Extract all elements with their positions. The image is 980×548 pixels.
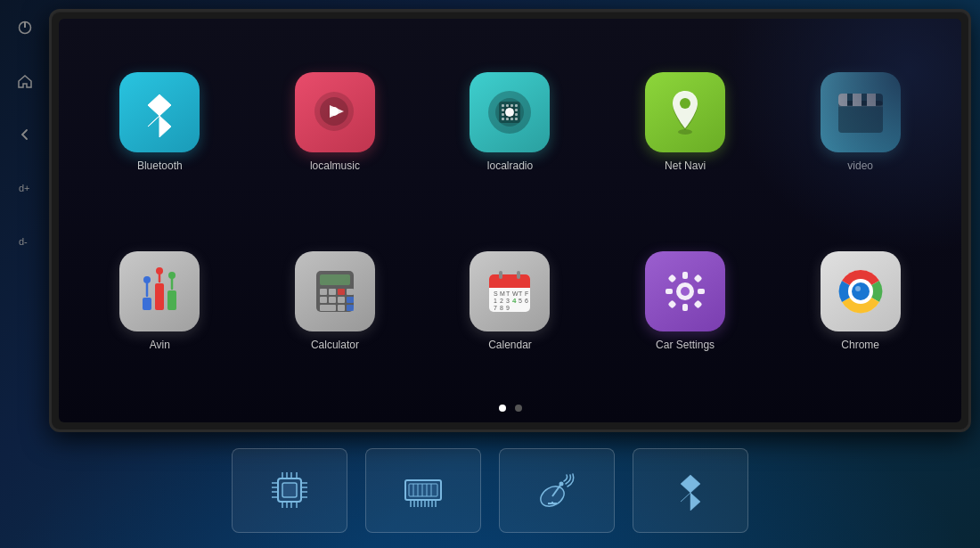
volume-up-button[interactable]: d+ bbox=[11, 174, 39, 202]
svg-text:W: W bbox=[512, 290, 519, 297]
calculator-icon-container bbox=[295, 251, 375, 331]
page-indicator bbox=[499, 405, 522, 412]
svg-rect-14 bbox=[506, 104, 509, 107]
volume-down-button[interactable]: d- bbox=[11, 227, 39, 256]
svg-rect-84 bbox=[682, 304, 688, 311]
netnavi-icon-container bbox=[645, 72, 725, 152]
svg-rect-55 bbox=[329, 297, 336, 303]
feature-bar bbox=[0, 432, 980, 548]
app-grid: Bluetooth localmusic bbox=[77, 37, 943, 387]
svg-rect-85 bbox=[666, 289, 673, 294]
carsettings-label: Car Settings bbox=[656, 339, 715, 351]
svg-text:F: F bbox=[525, 290, 528, 297]
page-dot-2[interactable] bbox=[515, 405, 522, 412]
svg-text:d-: d- bbox=[19, 236, 28, 247]
svg-rect-58 bbox=[320, 305, 336, 311]
svg-rect-28 bbox=[515, 118, 518, 120]
svg-rect-59 bbox=[338, 305, 345, 311]
device-body: Bluetooth localmusic bbox=[49, 9, 971, 432]
svg-rect-40 bbox=[155, 283, 164, 310]
svg-rect-41 bbox=[167, 290, 176, 310]
bluetooth-feature-card[interactable] bbox=[633, 448, 748, 533]
svg-rect-83 bbox=[682, 272, 688, 279]
svg-text:8: 8 bbox=[500, 305, 503, 311]
svg-rect-56 bbox=[338, 297, 345, 303]
svg-rect-25 bbox=[502, 118, 504, 120]
localmusic-icon-container bbox=[295, 72, 375, 152]
page-dot-1[interactable] bbox=[499, 405, 506, 412]
svg-text:5: 5 bbox=[519, 298, 522, 304]
svg-point-31 bbox=[680, 98, 690, 109]
svg-text:4: 4 bbox=[512, 297, 517, 305]
svg-rect-52 bbox=[338, 289, 345, 295]
bluetooth-label: Bluetooth bbox=[137, 159, 183, 172]
svg-point-130 bbox=[559, 482, 564, 487]
power-button[interactable] bbox=[11, 13, 39, 42]
svg-rect-37 bbox=[867, 94, 876, 106]
svg-rect-64 bbox=[499, 271, 502, 279]
app-netnavi[interactable]: Net Navi bbox=[645, 72, 725, 172]
app-calendar[interactable]: SMT WTF 123 4 56 789 Calendar bbox=[470, 251, 550, 351]
svg-rect-63 bbox=[489, 283, 530, 288]
svg-rect-27 bbox=[510, 118, 513, 120]
svg-rect-24 bbox=[515, 113, 518, 116]
app-avin[interactable]: Avin bbox=[119, 251, 200, 351]
svg-text:M: M bbox=[500, 290, 505, 297]
app-localradio[interactable]: localradio bbox=[470, 72, 550, 172]
svg-point-93 bbox=[852, 282, 870, 300]
svg-rect-20 bbox=[515, 109, 518, 111]
svg-rect-53 bbox=[347, 289, 354, 295]
svg-text:1: 1 bbox=[494, 298, 497, 304]
svg-point-43 bbox=[143, 276, 151, 283]
svg-rect-54 bbox=[320, 297, 327, 303]
svg-text:3: 3 bbox=[506, 298, 510, 304]
svg-text:T: T bbox=[506, 290, 510, 297]
svg-rect-50 bbox=[320, 289, 327, 295]
app-video[interactable]: video bbox=[821, 72, 901, 172]
home-button[interactable] bbox=[11, 67, 39, 95]
svg-rect-96 bbox=[282, 483, 297, 497]
svg-rect-26 bbox=[506, 118, 509, 120]
svg-point-45 bbox=[156, 267, 163, 274]
svg-rect-87 bbox=[668, 274, 677, 283]
avin-icon-container bbox=[119, 251, 200, 331]
device-screen: Bluetooth localmusic bbox=[59, 19, 961, 422]
svg-text:7: 7 bbox=[494, 305, 497, 311]
svg-rect-39 bbox=[143, 298, 151, 310]
video-icon-container bbox=[821, 72, 901, 152]
video-label: video bbox=[847, 159, 873, 172]
localmusic-label: localmusic bbox=[310, 159, 360, 172]
svg-text:9: 9 bbox=[506, 305, 510, 311]
svg-rect-15 bbox=[510, 104, 513, 107]
svg-point-94 bbox=[855, 286, 861, 291]
processor-feature-card[interactable] bbox=[232, 448, 347, 533]
svg-point-82 bbox=[681, 287, 690, 296]
svg-text:6: 6 bbox=[525, 298, 528, 304]
svg-point-47 bbox=[168, 272, 176, 279]
gps-feature-card[interactable] bbox=[499, 448, 615, 533]
svg-rect-65 bbox=[517, 271, 520, 279]
netnavi-label: Net Navi bbox=[665, 159, 706, 172]
localradio-label: localradio bbox=[487, 159, 533, 172]
svg-rect-49 bbox=[320, 274, 350, 285]
svg-text:2: 2 bbox=[500, 298, 503, 304]
back-button[interactable] bbox=[11, 120, 39, 149]
calculator-label: Calculator bbox=[311, 339, 359, 351]
svg-text:T: T bbox=[519, 290, 523, 297]
avin-label: Avin bbox=[150, 339, 170, 351]
app-bluetooth[interactable]: Bluetooth bbox=[119, 72, 200, 172]
svg-text:d+: d+ bbox=[19, 183, 30, 193]
calendar-icon-container: SMT WTF 123 4 56 789 bbox=[470, 251, 550, 331]
svg-rect-86 bbox=[698, 289, 705, 294]
localradio-icon-container bbox=[470, 72, 550, 152]
svg-rect-89 bbox=[668, 300, 677, 309]
svg-rect-35 bbox=[838, 94, 847, 106]
app-chrome[interactable]: Chrome bbox=[821, 251, 901, 351]
app-calculator[interactable]: Calculator bbox=[295, 251, 375, 351]
side-button-panel: d+ d- bbox=[0, 0, 49, 548]
calendar-label: Calendar bbox=[488, 339, 532, 351]
memory-feature-card[interactable] bbox=[365, 448, 481, 533]
app-localmusic[interactable]: localmusic bbox=[295, 72, 375, 172]
chrome-icon-container bbox=[821, 251, 901, 331]
app-carsettings[interactable]: Car Settings bbox=[645, 251, 725, 351]
